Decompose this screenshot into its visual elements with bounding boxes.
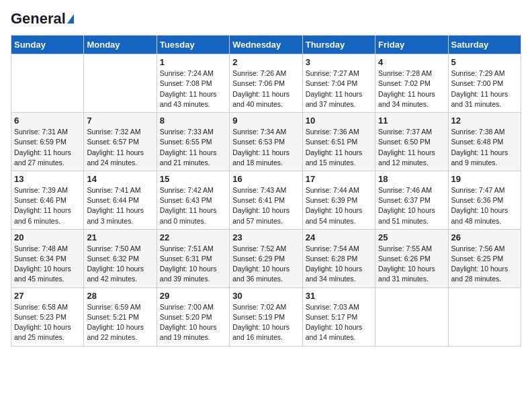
day-number: 1 — [160, 57, 226, 67]
calendar-cell: 9Sunrise: 7:34 AM Sunset: 6:53 PM Daylig… — [230, 113, 302, 171]
day-info: Sunrise: 7:48 AM Sunset: 6:34 PM Dayligh… — [14, 244, 81, 285]
logo-text: General — [11, 11, 66, 27]
day-info: Sunrise: 7:47 AM Sunset: 6:36 PM Dayligh… — [451, 185, 518, 226]
calendar-cell: 21Sunrise: 7:50 AM Sunset: 6:32 PM Dayli… — [84, 229, 157, 287]
day-info: Sunrise: 7:00 AM Sunset: 5:20 PM Dayligh… — [160, 302, 226, 343]
day-info: Sunrise: 7:43 AM Sunset: 6:41 PM Dayligh… — [232, 185, 299, 226]
calendar-cell: 4Sunrise: 7:28 AM Sunset: 7:02 PM Daylig… — [375, 54, 448, 113]
calendar-cell: 5Sunrise: 7:29 AM Sunset: 7:00 PM Daylig… — [448, 54, 521, 113]
calendar-week-3: 13Sunrise: 7:39 AM Sunset: 6:46 PM Dayli… — [11, 171, 521, 229]
calendar-body: 1Sunrise: 7:24 AM Sunset: 7:08 PM Daylig… — [11, 54, 521, 346]
day-number: 2 — [232, 57, 299, 67]
day-number: 17 — [306, 174, 372, 184]
calendar-cell: 3Sunrise: 7:27 AM Sunset: 7:04 PM Daylig… — [302, 54, 375, 113]
day-info: Sunrise: 7:02 AM Sunset: 5:19 PM Dayligh… — [232, 302, 299, 343]
day-header-friday: Friday — [375, 36, 448, 54]
day-number: 9 — [232, 116, 299, 126]
logo-triangle-icon — [67, 14, 74, 24]
day-info: Sunrise: 7:50 AM Sunset: 6:32 PM Dayligh… — [87, 244, 153, 285]
day-number: 8 — [160, 116, 226, 126]
day-info: Sunrise: 7:27 AM Sunset: 7:04 PM Dayligh… — [306, 68, 372, 109]
day-info: Sunrise: 7:32 AM Sunset: 6:57 PM Dayligh… — [87, 127, 153, 168]
calendar-cell: 27Sunrise: 6:58 AM Sunset: 5:23 PM Dayli… — [11, 287, 84, 346]
day-number: 15 — [160, 174, 226, 184]
day-info: Sunrise: 7:37 AM Sunset: 6:50 PM Dayligh… — [378, 127, 445, 168]
day-number: 7 — [87, 116, 153, 126]
calendar-cell: 17Sunrise: 7:44 AM Sunset: 6:39 PM Dayli… — [302, 171, 375, 229]
calendar-table: SundayMondayTuesdayWednesdayThursdayFrid… — [11, 35, 521, 346]
logo: General — [11, 11, 74, 27]
day-info: Sunrise: 7:29 AM Sunset: 7:00 PM Dayligh… — [451, 68, 518, 109]
calendar-cell: 30Sunrise: 7:02 AM Sunset: 5:19 PM Dayli… — [230, 287, 302, 346]
day-number: 31 — [306, 291, 372, 301]
day-info: Sunrise: 6:59 AM Sunset: 5:21 PM Dayligh… — [87, 302, 153, 343]
day-number: 27 — [14, 291, 81, 301]
day-number: 23 — [232, 232, 299, 242]
day-info: Sunrise: 7:42 AM Sunset: 6:43 PM Dayligh… — [160, 185, 226, 226]
day-info: Sunrise: 7:41 AM Sunset: 6:44 PM Dayligh… — [87, 185, 153, 226]
day-header-monday: Monday — [84, 36, 157, 54]
calendar-cell: 7Sunrise: 7:32 AM Sunset: 6:57 PM Daylig… — [84, 113, 157, 171]
day-info: Sunrise: 7:28 AM Sunset: 7:02 PM Dayligh… — [378, 68, 445, 109]
page-header: General — [11, 11, 521, 27]
day-info: Sunrise: 7:51 AM Sunset: 6:31 PM Dayligh… — [160, 244, 226, 285]
day-number: 3 — [306, 57, 372, 67]
day-number: 10 — [306, 116, 372, 126]
day-number: 22 — [160, 232, 226, 242]
day-number: 28 — [87, 291, 153, 301]
calendar-week-1: 1Sunrise: 7:24 AM Sunset: 7:08 PM Daylig… — [11, 54, 521, 113]
day-header-tuesday: Tuesday — [157, 36, 229, 54]
calendar-cell: 18Sunrise: 7:46 AM Sunset: 6:37 PM Dayli… — [375, 171, 448, 229]
calendar-cell: 23Sunrise: 7:52 AM Sunset: 6:29 PM Dayli… — [230, 229, 302, 287]
calendar-cell: 29Sunrise: 7:00 AM Sunset: 5:20 PM Dayli… — [157, 287, 229, 346]
calendar-cell: 6Sunrise: 7:31 AM Sunset: 6:59 PM Daylig… — [11, 113, 84, 171]
day-info: Sunrise: 7:03 AM Sunset: 5:17 PM Dayligh… — [306, 302, 372, 343]
day-number: 12 — [451, 116, 518, 126]
calendar-cell: 15Sunrise: 7:42 AM Sunset: 6:43 PM Dayli… — [157, 171, 229, 229]
calendar-cell — [84, 54, 157, 113]
calendar-cell: 16Sunrise: 7:43 AM Sunset: 6:41 PM Dayli… — [230, 171, 302, 229]
day-number: 25 — [378, 232, 445, 242]
day-info: Sunrise: 7:52 AM Sunset: 6:29 PM Dayligh… — [232, 244, 299, 285]
calendar-cell: 26Sunrise: 7:56 AM Sunset: 6:25 PM Dayli… — [448, 229, 521, 287]
calendar-header-row: SundayMondayTuesdayWednesdayThursdayFrid… — [11, 36, 521, 54]
calendar-cell: 14Sunrise: 7:41 AM Sunset: 6:44 PM Dayli… — [84, 171, 157, 229]
calendar-cell: 31Sunrise: 7:03 AM Sunset: 5:17 PM Dayli… — [302, 287, 375, 346]
day-header-saturday: Saturday — [448, 36, 521, 54]
day-number: 16 — [232, 174, 299, 184]
calendar-cell: 1Sunrise: 7:24 AM Sunset: 7:08 PM Daylig… — [157, 54, 229, 113]
day-header-thursday: Thursday — [302, 36, 375, 54]
calendar-cell: 2Sunrise: 7:26 AM Sunset: 7:06 PM Daylig… — [230, 54, 302, 113]
calendar-cell: 11Sunrise: 7:37 AM Sunset: 6:50 PM Dayli… — [375, 113, 448, 171]
calendar-cell: 13Sunrise: 7:39 AM Sunset: 6:46 PM Dayli… — [11, 171, 84, 229]
calendar-cell: 19Sunrise: 7:47 AM Sunset: 6:36 PM Dayli… — [448, 171, 521, 229]
day-info: Sunrise: 7:33 AM Sunset: 6:55 PM Dayligh… — [160, 127, 226, 168]
calendar-cell — [11, 54, 84, 113]
calendar-cell: 10Sunrise: 7:36 AM Sunset: 6:51 PM Dayli… — [302, 113, 375, 171]
calendar-cell: 12Sunrise: 7:38 AM Sunset: 6:48 PM Dayli… — [448, 113, 521, 171]
day-header-wednesday: Wednesday — [230, 36, 302, 54]
day-number: 13 — [14, 174, 81, 184]
day-info: Sunrise: 7:24 AM Sunset: 7:08 PM Dayligh… — [160, 68, 226, 109]
day-number: 11 — [378, 116, 445, 126]
day-number: 5 — [451, 57, 518, 67]
day-info: Sunrise: 7:44 AM Sunset: 6:39 PM Dayligh… — [306, 185, 372, 226]
day-info: Sunrise: 7:26 AM Sunset: 7:06 PM Dayligh… — [232, 68, 299, 109]
calendar-cell — [375, 287, 448, 346]
day-info: Sunrise: 7:39 AM Sunset: 6:46 PM Dayligh… — [14, 185, 81, 226]
calendar-cell: 25Sunrise: 7:55 AM Sunset: 6:26 PM Dayli… — [375, 229, 448, 287]
day-info: Sunrise: 7:46 AM Sunset: 6:37 PM Dayligh… — [378, 185, 445, 226]
day-info: Sunrise: 7:38 AM Sunset: 6:48 PM Dayligh… — [451, 127, 518, 168]
calendar-cell — [448, 287, 521, 346]
day-info: Sunrise: 7:56 AM Sunset: 6:25 PM Dayligh… — [451, 244, 518, 285]
calendar-week-4: 20Sunrise: 7:48 AM Sunset: 6:34 PM Dayli… — [11, 229, 521, 287]
calendar-cell: 24Sunrise: 7:54 AM Sunset: 6:28 PM Dayli… — [302, 229, 375, 287]
day-info: Sunrise: 7:54 AM Sunset: 6:28 PM Dayligh… — [306, 244, 372, 285]
day-number: 24 — [306, 232, 372, 242]
day-info: Sunrise: 7:34 AM Sunset: 6:53 PM Dayligh… — [232, 127, 299, 168]
day-number: 21 — [87, 232, 153, 242]
calendar-cell: 28Sunrise: 6:59 AM Sunset: 5:21 PM Dayli… — [84, 287, 157, 346]
day-info: Sunrise: 6:58 AM Sunset: 5:23 PM Dayligh… — [14, 302, 81, 343]
day-info: Sunrise: 7:36 AM Sunset: 6:51 PM Dayligh… — [306, 127, 372, 168]
day-number: 26 — [451, 232, 518, 242]
